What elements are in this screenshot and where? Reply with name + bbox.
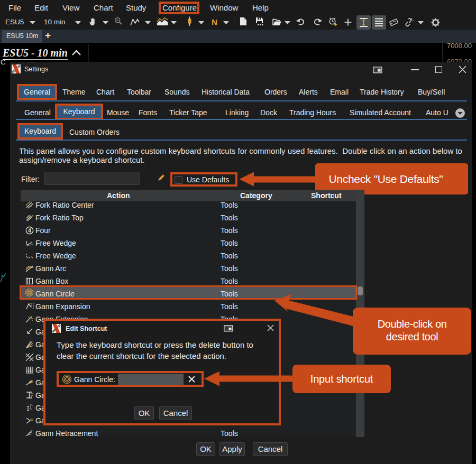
svg-text:4: 4 <box>28 227 31 233</box>
